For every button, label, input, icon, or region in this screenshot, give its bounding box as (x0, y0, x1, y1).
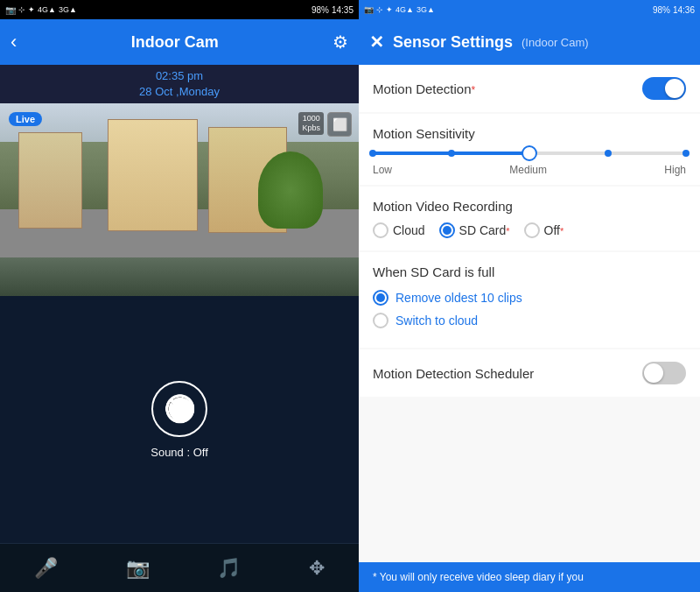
4g-icon-right: 4G▲ (396, 5, 414, 14)
right-panel: 📷 ⊹ ✦ 4G▲ 3G▲ 98% 14:36 ✕ Sensor Setting… (359, 0, 700, 592)
motion-detection-toggle[interactable] (642, 77, 686, 100)
slider-dot-low (369, 150, 376, 157)
time-right: 14:36 (673, 5, 695, 15)
wifi-icon-right: ⊹ (376, 5, 383, 14)
radio-off-text: Off* (544, 223, 564, 237)
slider-labels: Low Medium High (373, 164, 686, 176)
sdcard-full-label: When SD Card is full (373, 264, 686, 279)
motion-video-recording-label: Motion Video Recording (373, 199, 686, 214)
right-status-info: 98% 14:35 (312, 5, 354, 15)
sensitivity-slider[interactable] (373, 152, 686, 155)
camera-icon-right: 📷 (364, 5, 374, 14)
bluetooth-icon-right: ✦ (386, 5, 393, 14)
tree-decoration (258, 152, 323, 229)
date-display: 28 Oct ,Monday (0, 84, 359, 100)
4g-icon: 4G▲ (38, 5, 56, 14)
sdcard-cloud-text: Switch to cloud (396, 314, 478, 328)
footer-note: * You will only receive video sleep diar… (359, 562, 700, 592)
footer-note-text: * You will only receive video sleep diar… (373, 571, 584, 583)
settings-content: Motion Detection* Motion Sensitivity Low… (359, 65, 700, 562)
right-status-right: 98% 14:36 (653, 5, 695, 15)
page-title-left: Indoor Cam (131, 33, 219, 52)
sdcard-remove-text: Remove oldest 10 clips (396, 291, 522, 305)
sound-off-text: Sound : Off (150, 446, 208, 459)
radio-off-circle (524, 222, 540, 238)
status-bar-right: 📷 ⊹ ✦ 4G▲ 3G▲ 98% 14:36 (359, 0, 700, 19)
gear-button[interactable]: ⚙ (332, 32, 348, 53)
bottom-nav: 🎤 📷 🎵 ✥ (0, 543, 359, 592)
sdcard-cloud-radio (373, 313, 388, 328)
datetime-bar: 02:35 pm 28 Oct ,Monday (0, 65, 359, 103)
sound-off-icon (151, 381, 207, 437)
camera-feed: Live 1000 Kpbs ⬜ (0, 103, 359, 296)
motion-sensitivity-label: Motion Sensitivity (373, 126, 686, 141)
label-low: Low (373, 164, 392, 176)
sdcard-full-section: When SD Card is full Remove oldest 10 cl… (359, 252, 700, 348)
close-button[interactable]: ✕ (369, 32, 384, 53)
sdcard-option-remove[interactable]: Remove oldest 10 clips (373, 290, 686, 306)
building-center (108, 119, 198, 231)
battery-left: 98% (312, 5, 329, 15)
sensor-settings-title: Sensor Settings (393, 33, 513, 52)
back-button[interactable]: ‹ (10, 31, 17, 53)
label-medium: Medium (509, 164, 547, 176)
slider-thumb[interactable] (522, 145, 537, 161)
scheduler-section: Motion Detection Scheduler (359, 349, 700, 397)
camera-nav-item[interactable]: 📷 (121, 552, 155, 585)
slider-dot-lowmed (448, 150, 455, 157)
right-status-icons: 📷 ⊹ ✦ 4G▲ 3G▲ (364, 5, 435, 14)
top-bar-left: ‹ Indoor Cam ⚙ (0, 19, 359, 65)
sdcard-option-cloud[interactable]: Switch to cloud (373, 313, 686, 328)
scheduler-row: Motion Detection Scheduler (373, 362, 686, 384)
radio-sdcard-text: SD Card* (459, 223, 510, 237)
radio-cloud-text: Cloud (393, 223, 425, 237)
recording-options-row: Cloud SD Card* Off* (373, 222, 686, 238)
motion-video-recording-section: Motion Video Recording Cloud SD Card* Of… (359, 187, 700, 250)
mic-nav-item[interactable]: 🎤 (29, 552, 63, 585)
snapshot-button[interactable]: ⬜ (327, 112, 352, 137)
motion-detection-row: Motion Detection* (373, 77, 686, 100)
building-left (18, 132, 83, 229)
live-badge: Live (9, 112, 42, 126)
time-left: 14:35 (332, 5, 354, 15)
quality-num: 1000 (302, 114, 320, 123)
sound-off-area: Sound : Off (0, 296, 359, 543)
music-nav-item[interactable]: 🎵 (212, 552, 246, 585)
quality-unit: Kpbs (302, 123, 320, 133)
status-bar-left: 📷 ⊹ ✦ 4G▲ 3G▲ 98% 14:35 (0, 0, 359, 19)
slider-dot-medhigh (605, 150, 612, 157)
radio-cloud[interactable]: Cloud (373, 222, 425, 238)
sdcard-remove-radio (373, 290, 388, 306)
3g-icon: 3G▲ (59, 5, 77, 14)
settings-nav-item[interactable]: ✥ (304, 552, 330, 585)
radio-off[interactable]: Off* (524, 222, 564, 238)
quality-badge: 1000 Kpbs (298, 112, 324, 135)
3g-icon-right: 3G▲ (416, 5, 435, 14)
sensor-header: ✕ Sensor Settings (Indoor Cam) (359, 19, 700, 65)
scheduler-toggle[interactable] (642, 362, 686, 384)
motion-detection-section: Motion Detection* (359, 65, 700, 112)
slider-dot-high (682, 150, 690, 157)
sensor-settings-subtitle: (Indoor Cam) (522, 36, 589, 49)
radio-sdcard-circle (439, 222, 455, 238)
bluetooth-icon: ✦ (28, 5, 35, 14)
camera-icon-status: 📷 (5, 5, 16, 15)
radio-cloud-circle (373, 222, 388, 238)
battery-right: 98% (653, 5, 670, 15)
radio-sdcard[interactable]: SD Card* (439, 222, 510, 238)
motion-detection-label: Motion Detection* (373, 81, 475, 96)
motion-sensitivity-section: Motion Sensitivity Low Medium High (359, 114, 700, 185)
scheduler-label: Motion Detection Scheduler (373, 366, 534, 381)
label-high: High (664, 164, 686, 176)
left-status-icons: 📷 ⊹ ✦ 4G▲ 3G▲ (5, 5, 77, 15)
time-display: 02:35 pm (0, 68, 359, 84)
left-panel: 📷 ⊹ ✦ 4G▲ 3G▲ 98% 14:35 ‹ Indoor Cam ⚙ 0… (0, 0, 359, 592)
wifi-icon: ⊹ (18, 5, 25, 14)
